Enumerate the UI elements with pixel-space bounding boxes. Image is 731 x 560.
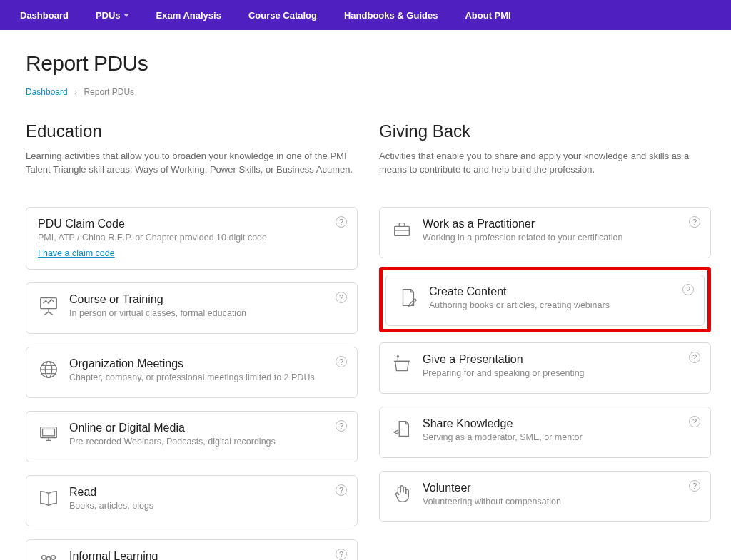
breadcrumb-sep: › (74, 87, 77, 97)
card-sub: In person or virtual classes, formal edu… (69, 307, 346, 320)
book-icon (38, 487, 59, 509)
page-title: Report PDUs (26, 51, 711, 76)
nav-handbooks[interactable]: Handbooks & Guides (344, 10, 438, 21)
card-sub: Working in a profession related to your … (423, 232, 699, 244)
help-icon[interactable]: ? (336, 292, 347, 303)
svg-rect-20 (395, 226, 410, 235)
people-icon (38, 551, 59, 560)
card-sub: Volunteering without compensation (423, 496, 699, 508)
nav-dashboard[interactable]: Dashboard (20, 10, 69, 21)
presentation-board-icon (38, 295, 59, 316)
chevron-down-icon (123, 14, 129, 17)
help-icon[interactable]: ? (336, 356, 347, 367)
card-organization-meetings[interactable]: Organization Meetings Chapter, company, … (26, 347, 358, 398)
help-icon[interactable]: ? (336, 420, 347, 432)
help-icon[interactable]: ? (689, 480, 700, 492)
podium-icon (391, 355, 413, 376)
card-title: Share Knowledge (423, 417, 699, 430)
card-sub: Preparing for and speaking or presenting (423, 367, 699, 380)
card-sub: Chapter, company, or professional meetin… (69, 372, 346, 384)
card-create-content[interactable]: Create Content Authoring books or articl… (385, 275, 705, 326)
card-sub: Books, articles, blogs (69, 500, 346, 512)
svg-point-14 (42, 556, 46, 560)
help-icon[interactable]: ? (336, 549, 347, 560)
giving-desc: Activities that enable you to share and … (379, 150, 711, 178)
svg-line-3 (49, 312, 53, 315)
help-icon[interactable]: ? (689, 352, 700, 363)
card-title: Volunteer (423, 482, 699, 494)
svg-point-15 (51, 556, 56, 560)
globe-icon (38, 359, 59, 380)
card-title: PDU Claim Code (38, 218, 346, 230)
document-share-icon (391, 419, 413, 440)
nav-about-pmi[interactable]: About PMI (465, 10, 510, 21)
card-title: Online or Digital Media (69, 422, 346, 434)
card-title: Organization Meetings (69, 357, 346, 370)
breadcrumb-current: Report PDUs (84, 87, 134, 97)
card-practitioner[interactable]: Work as a Practitioner Working in a prof… (379, 207, 711, 258)
columns: Education Learning activities that allow… (26, 121, 711, 560)
card-online-digital-media[interactable]: Online or Digital Media Pre-recorded Web… (26, 411, 358, 462)
education-column: Education Learning activities that allow… (26, 121, 358, 560)
hand-icon (391, 483, 413, 504)
briefcase-icon (391, 219, 413, 240)
monitor-icon (38, 423, 59, 444)
claim-code-link[interactable]: I have a claim code (38, 248, 115, 258)
card-sub: Serving as a moderator, SME, or mentor (423, 432, 699, 444)
card-informal-learning[interactable]: Informal Learning Structured discussions… (26, 539, 358, 560)
card-pdu-claim-code[interactable]: PDU Claim Code PMI, ATP / China R.E.P. o… (26, 207, 358, 270)
help-icon[interactable]: ? (336, 216, 347, 228)
help-icon[interactable]: ? (689, 416, 700, 427)
help-icon[interactable]: ? (336, 484, 347, 496)
nav-course-catalog[interactable]: Course Catalog (248, 10, 317, 21)
document-pencil-icon (398, 287, 419, 308)
svg-point-23 (397, 356, 398, 357)
card-title: Informal Learning (69, 550, 346, 560)
card-share-knowledge[interactable]: Share Knowledge Serving as a moderator, … (379, 407, 711, 458)
breadcrumb: Dashboard › Report PDUs (26, 87, 711, 97)
nav-pdus[interactable]: PDUs (96, 10, 129, 21)
top-nav: Dashboard PDUs Exam Analysis Course Cata… (0, 0, 731, 30)
highlight-box: Create Content Authoring books or articl… (379, 267, 711, 332)
card-title: Give a Presentation (423, 353, 699, 366)
svg-point-16 (46, 556, 51, 560)
main-container: Report PDUs Dashboard › Report PDUs Educ… (0, 30, 731, 560)
education-heading: Education (26, 121, 358, 141)
card-title: Create Content (429, 285, 692, 298)
svg-rect-10 (43, 429, 55, 435)
giving-back-column: Giving Back Activities that enable you t… (379, 121, 711, 560)
card-give-presentation[interactable]: Give a Presentation Preparing for and sp… (379, 342, 711, 394)
card-title: Course or Training (69, 293, 346, 306)
card-sub: Authoring books or articles, creating we… (429, 300, 692, 312)
card-course-training[interactable]: Course or Training In person or virtual … (26, 282, 358, 334)
card-sub: PMI, ATP / China R.E.P. or Chapter provi… (38, 232, 346, 244)
help-icon[interactable]: ? (682, 284, 694, 295)
svg-line-2 (44, 312, 49, 315)
education-desc: Learning activities that allow you to br… (26, 150, 358, 178)
help-icon[interactable]: ? (689, 216, 700, 228)
breadcrumb-dashboard[interactable]: Dashboard (26, 87, 68, 97)
giving-heading: Giving Back (379, 121, 711, 141)
card-sub: Pre-recorded Webinars, Podcasts, digital… (69, 436, 346, 448)
card-title: Read (69, 486, 346, 499)
card-title: Work as a Practitioner (423, 218, 699, 230)
nav-pdus-label: PDUs (96, 10, 121, 21)
card-volunteer[interactable]: Volunteer Volunteering without compensat… (379, 471, 711, 522)
card-read[interactable]: Read Books, articles, blogs ? (26, 475, 358, 526)
nav-exam-analysis[interactable]: Exam Analysis (156, 10, 221, 21)
